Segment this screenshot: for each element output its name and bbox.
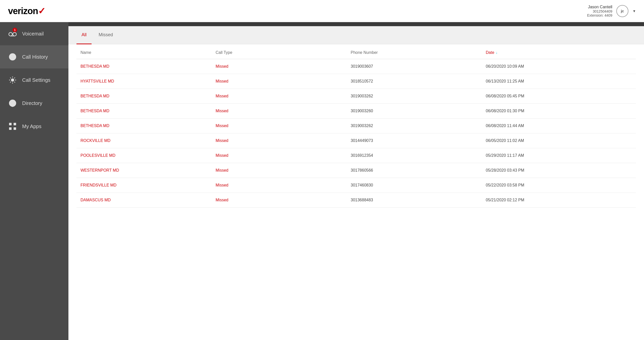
- sidebar-item-directory[interactable]: Directory: [0, 92, 68, 115]
- call-history-icon: [8, 52, 17, 61]
- table-row: HYATTSVILLE MD Missed 3018510572 06/13/2…: [76, 74, 636, 89]
- voicemail-badge: 1: [13, 28, 17, 32]
- avatar[interactable]: jc: [616, 5, 628, 17]
- directory-label: Directory: [22, 100, 42, 106]
- svg-rect-8: [14, 123, 16, 125]
- cell-call-type: Missed: [216, 64, 351, 69]
- user-dropdown-arrow[interactable]: ▼: [632, 9, 636, 13]
- cell-phone: 3016912354: [351, 153, 486, 158]
- cell-date: 06/13/2020 11:25 AM: [486, 79, 621, 84]
- cell-date: 05/22/2020 03:58 PM: [486, 183, 621, 187]
- cell-name[interactable]: BETHESDA MD: [80, 94, 216, 98]
- table-header-row: Name Call Type Phone Number Date ↓: [76, 44, 636, 59]
- user-extension: Extension: 4409: [587, 13, 612, 17]
- table-row: FRIENDSVILLE MD Missed 3017460830 05/22/…: [76, 178, 636, 193]
- header-name: Name: [80, 50, 216, 55]
- table-row: POOLESVILLE MD Missed 3016912354 05/29/2…: [76, 148, 636, 163]
- cell-call-type: Missed: [216, 168, 351, 173]
- call-settings-icon: [8, 75, 17, 85]
- sort-arrow-icon: ↓: [496, 51, 498, 55]
- cell-date: 05/28/2020 03:43 PM: [486, 168, 621, 173]
- cell-name[interactable]: BETHESDA MD: [80, 64, 216, 69]
- my-apps-icon: [8, 122, 17, 131]
- cell-phone: 3019003262: [351, 124, 486, 128]
- cell-call-type: Missed: [216, 94, 351, 98]
- main-layout: Voicemail 1 Call History Call Settings: [0, 22, 644, 340]
- table-row: BETHESDA MD Missed 3019003262 06/08/2020…: [76, 119, 636, 133]
- cell-date: 06/05/2020 11:02 AM: [486, 138, 621, 143]
- cell-date: 05/21/2020 02:12 PM: [486, 198, 621, 202]
- cell-date: 05/29/2020 11:17 AM: [486, 153, 621, 158]
- app-header: verizon✓ Jason Cantell 3012504409 Extens…: [0, 0, 644, 22]
- sidebar-item-call-history[interactable]: Call History: [0, 45, 68, 68]
- table-row: BETHESDA MD Missed 3019003607 06/20/2020…: [76, 59, 636, 74]
- svg-rect-9: [9, 127, 12, 130]
- tab-all[interactable]: All: [76, 26, 92, 44]
- user-info: Jason Cantell 3012504409 Extension: 4409…: [587, 5, 636, 17]
- cell-name[interactable]: ROCKVILLE MD: [80, 138, 216, 143]
- cell-call-type: Missed: [216, 198, 351, 202]
- cell-name[interactable]: POOLESVILLE MD: [80, 153, 216, 158]
- cell-phone: 3018510572: [351, 79, 486, 84]
- cell-date: 06/20/2020 10:09 AM: [486, 64, 621, 69]
- header-date[interactable]: Date ↓: [486, 50, 621, 55]
- cell-call-type: Missed: [216, 138, 351, 143]
- sidebar-item-voicemail[interactable]: Voicemail 1: [0, 22, 68, 45]
- call-history-label: Call History: [22, 54, 48, 60]
- cell-phone: 3017860566: [351, 168, 486, 173]
- cell-call-type: Missed: [216, 153, 351, 158]
- user-phone: 3012504409: [587, 9, 612, 13]
- user-name: Jason Cantell: [587, 5, 612, 9]
- cell-call-type: Missed: [216, 79, 351, 84]
- table-row: WESTERNPORT MD Missed 3017860566 05/28/2…: [76, 163, 636, 178]
- sidebar: Voicemail 1 Call History Call Settings: [0, 22, 68, 340]
- cell-call-type: Missed: [216, 124, 351, 128]
- cell-date: 06/08/2020 05:45 PM: [486, 94, 621, 98]
- cell-phone: 3019003262: [351, 94, 486, 98]
- dark-bar: [68, 22, 644, 26]
- verizon-logo: verizon✓: [8, 6, 46, 16]
- table-row: BETHESDA MD Missed 3019003262 06/08/2020…: [76, 89, 636, 104]
- header-call-type: Call Type: [216, 50, 351, 55]
- call-settings-label: Call Settings: [22, 77, 50, 83]
- cell-name[interactable]: BETHESDA MD: [80, 109, 216, 113]
- cell-name[interactable]: WESTERNPORT MD: [80, 168, 216, 173]
- cell-name[interactable]: FRIENDSVILLE MD: [80, 183, 216, 187]
- sidebar-item-my-apps[interactable]: My Apps: [0, 115, 68, 138]
- sidebar-item-call-settings[interactable]: Call Settings: [0, 68, 68, 92]
- table-row: ROCKVILLE MD Missed 3014449073 06/05/202…: [76, 133, 636, 148]
- header-spacer: [621, 50, 636, 55]
- cell-phone: 3019003607: [351, 64, 486, 69]
- logo-check: ✓: [38, 6, 46, 16]
- user-details: Jason Cantell 3012504409 Extension: 4409: [587, 5, 612, 17]
- svg-point-1: [13, 32, 16, 36]
- table-body: BETHESDA MD Missed 3019003607 06/20/2020…: [76, 59, 636, 208]
- table-row: BETHESDA MD Missed 3019003260 06/08/2020…: [76, 104, 636, 119]
- header-phone-number: Phone Number: [351, 50, 486, 55]
- cell-call-type: Missed: [216, 183, 351, 187]
- tabs-bar: All Missed: [68, 26, 644, 44]
- content-area: All Missed Name Call Type Phone Number D…: [68, 22, 644, 340]
- cell-name[interactable]: HYATTSVILLE MD: [80, 79, 216, 84]
- svg-rect-7: [9, 123, 12, 125]
- call-history-table: Name Call Type Phone Number Date ↓ BETHE…: [68, 44, 644, 340]
- cell-date: 06/08/2020 01:30 PM: [486, 109, 621, 113]
- cell-name[interactable]: DAMASCUS MD: [80, 198, 216, 202]
- cell-phone: 3017460830: [351, 183, 486, 187]
- svg-point-0: [9, 32, 12, 36]
- cell-phone: 3019003260: [351, 109, 486, 113]
- svg-point-4: [11, 79, 14, 81]
- cell-phone: 3014449073: [351, 138, 486, 143]
- cell-name[interactable]: BETHESDA MD: [80, 124, 216, 128]
- my-apps-label: My Apps: [22, 124, 42, 129]
- cell-phone: 3013688483: [351, 198, 486, 202]
- voicemail-label: Voicemail: [22, 31, 44, 37]
- table-row: DAMASCUS MD Missed 3013688483 05/21/2020…: [76, 193, 636, 208]
- tab-missed[interactable]: Missed: [94, 26, 118, 44]
- cell-call-type: Missed: [216, 109, 351, 113]
- svg-rect-10: [14, 127, 16, 130]
- logo-text: verizon: [8, 6, 38, 16]
- directory-icon: [8, 99, 17, 108]
- cell-date: 06/08/2020 11:44 AM: [486, 124, 621, 128]
- main-content: All Missed Name Call Type Phone Number D…: [68, 26, 644, 340]
